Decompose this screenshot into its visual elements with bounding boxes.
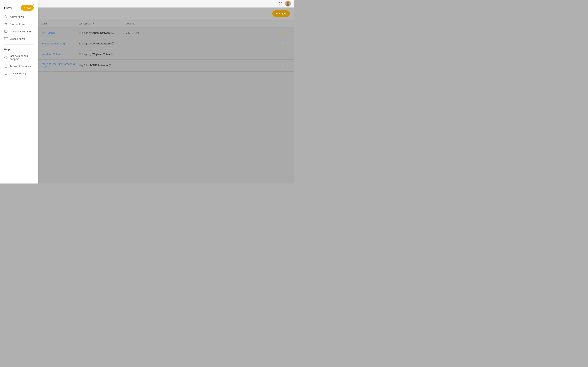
sort-arrow-icon: ▼ <box>92 23 94 25</box>
sidebar-item-get-help[interactable]: Get help or ask support <box>0 53 38 62</box>
star-button[interactable]: ☆ <box>281 41 284 46</box>
sidebar-item-closed-flows[interactable]: Closed flows <box>0 35 38 42</box>
sidebar-item-label: Active flows <box>10 15 24 18</box>
row-update: 20 h ago by Weyland-Yutani <box>79 53 126 56</box>
message-icon <box>112 53 114 56</box>
plus-icon: + <box>24 6 25 9</box>
plus-icon: + <box>276 12 278 15</box>
table-row[interactable]: Hera Materials Corp 20 h ago by ACME Sof… <box>38 38 294 49</box>
help-icon[interactable] <box>278 1 283 6</box>
sidebar-item-pending-invitations[interactable]: Pending invitations <box>0 28 38 35</box>
sidebar-item-label: Privacy Policy <box>10 72 26 75</box>
sidebar-item-label: Terms of Services <box>10 65 31 68</box>
svg-rect-5 <box>112 32 114 34</box>
sidebar-item-label: Pending invitations <box>10 30 32 33</box>
sidebar-item-label: Closed flows <box>10 37 25 40</box>
table-row[interactable]: Weyland-Yutani 20 h ago by Weyland-Yutan… <box>38 49 294 59</box>
avatar[interactable] <box>285 1 291 7</box>
message-icon <box>112 32 114 34</box>
row-deadline: May 8, 2024 <box>126 32 281 34</box>
row-company: AXE Capital <box>42 31 79 34</box>
star-button[interactable]: ☆ <box>281 63 284 68</box>
table-header: With Last update ▼ Deadline <box>38 20 294 28</box>
svg-rect-6 <box>112 43 114 44</box>
sidebar-item-starred-flows[interactable]: Starred flows <box>0 20 38 28</box>
row-actions: ☆ ⋮ <box>281 41 290 46</box>
star-icon <box>4 22 8 26</box>
divider <box>4 44 34 45</box>
main-new-label: + New <box>279 12 286 15</box>
row-update: 19 h ago by ACME Software <box>79 32 126 34</box>
row-company: Morland, McNulty, Greegs & Frea... <box>42 62 79 68</box>
archive-icon <box>4 37 8 41</box>
content-panel: + + New With Last update ▼ Deadline AXE … <box>38 8 294 184</box>
sidebar: × Flows + New Active flows Starred flows <box>0 0 38 184</box>
row-actions: ★ ⋮ <box>281 31 290 35</box>
more-button[interactable]: ⋮ <box>286 52 290 57</box>
table-row[interactable]: Morland, McNulty, Greegs & Frea... May 6… <box>38 59 294 72</box>
svg-rect-10 <box>4 38 8 38</box>
sidebar-item-label: Get help or ask support <box>10 54 34 60</box>
sidebar-item-active-flows[interactable]: Active flows <box>0 13 38 20</box>
more-button[interactable]: ⋮ <box>286 63 290 68</box>
main-new-button[interactable]: + + New <box>272 10 290 17</box>
message-icon <box>109 64 112 67</box>
shield-icon <box>4 72 8 75</box>
row-actions: ☆ ⋮ <box>281 63 290 68</box>
row-update: 20 h ago by ACME Software <box>79 42 126 45</box>
flows-title: Flows <box>4 6 12 9</box>
svg-rect-8 <box>109 64 111 66</box>
col-header-with: With <box>42 22 79 25</box>
message-icon <box>112 42 114 45</box>
more-button[interactable]: ⋮ <box>286 41 290 46</box>
svg-point-4 <box>286 4 289 6</box>
svg-marker-9 <box>4 23 7 25</box>
svg-point-3 <box>287 2 289 4</box>
star-button[interactable]: ★ <box>281 31 284 35</box>
star-button[interactable]: ☆ <box>281 52 284 57</box>
col-header-deadline: Deadline <box>126 22 290 25</box>
svg-rect-14 <box>5 65 6 65</box>
row-company: Hera Materials Corp <box>42 42 79 45</box>
row-company: Weyland-Yutani <box>42 53 79 56</box>
svg-rect-7 <box>112 53 114 55</box>
mail-icon <box>4 30 8 33</box>
clipboard-icon <box>4 64 8 68</box>
row-update: May 6 by ACME Software <box>79 64 126 67</box>
sidebar-item-privacy[interactable]: Privacy Policy <box>0 70 38 77</box>
activity-icon <box>4 15 8 18</box>
top-bar <box>0 0 294 8</box>
help-title: Help <box>0 47 38 53</box>
table-area: With Last update ▼ Deadline AXE Capital … <box>38 20 294 72</box>
col-header-update[interactable]: Last update ▼ <box>79 22 126 25</box>
content-header: + + New <box>38 8 294 20</box>
sidebar-item-terms[interactable]: Terms of Services <box>0 62 38 70</box>
sidebar-item-label: Starred flows <box>10 23 25 26</box>
new-label: New <box>26 6 31 9</box>
question-circle-icon <box>4 56 8 59</box>
sidebar-new-button[interactable]: + New <box>21 5 34 11</box>
table-row[interactable]: AXE Capital 19 h ago by ACME Software Ma… <box>38 28 294 38</box>
more-button[interactable]: ⋮ <box>286 31 290 35</box>
row-actions: ☆ ⋮ <box>281 52 290 57</box>
